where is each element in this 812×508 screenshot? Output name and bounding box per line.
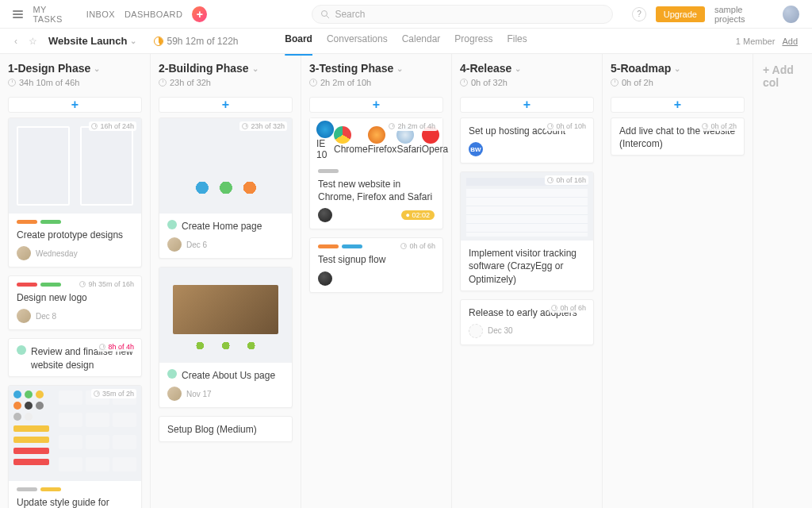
task-card[interactable]: 23h of 32h Create Home page Dec 6 [159, 117, 293, 259]
search-input[interactable]: Search [312, 5, 613, 24]
tab-board[interactable]: Board [285, 33, 312, 56]
card-date: Nov 17 [186, 390, 212, 398]
card-title-row: Create prototype designs [17, 229, 133, 241]
search-placeholder: Search [335, 9, 365, 20]
task-card[interactable]: 2h 2m of 4h IE 10 Chrome Firefox Safari … [309, 117, 443, 229]
card-meta: Nov 17 [159, 387, 292, 407]
card-body: Create prototype designs [9, 214, 141, 246]
nav-inbox[interactable]: INBOX [86, 10, 115, 19]
add-card-button[interactable]: + [611, 97, 745, 113]
card-title: Test new website in Chrome, Firefox and … [318, 178, 435, 203]
tab-calendar[interactable]: Calendar [402, 33, 441, 49]
complete-check-icon[interactable] [167, 369, 177, 379]
clock-icon [547, 123, 553, 129]
card-meta [310, 271, 442, 292]
card-title: Setup Blog (Medium) [167, 423, 257, 436]
tab-progress[interactable]: Progress [454, 33, 492, 49]
task-card[interactable]: 8h of 4h Review and finalise new website… [8, 338, 142, 376]
nav-my-tasks[interactable]: MY TASKS [33, 5, 76, 24]
card-title-row: Implement visitor tracking software (Cra… [469, 247, 585, 286]
column-time-text: 0h of 2h [622, 78, 653, 87]
chevron-down-icon: ⌄ [674, 64, 680, 73]
nav-dashboard[interactable]: DASHBOARD [124, 10, 182, 19]
assignee-avatar [17, 246, 31, 260]
column-time-text: 23h of 32h [170, 78, 211, 87]
column-cards: 0h of 2h Add live chat to the website (I… [603, 117, 753, 508]
task-card[interactable]: 9h 35m of 16h Design new logo Dec 8 [8, 275, 142, 330]
browser-chrome-icon [334, 126, 351, 144]
tab-files[interactable]: Files [507, 33, 527, 49]
task-card[interactable]: 0h of 6h Release to early adopters Dec 3… [460, 299, 594, 345]
task-card[interactable]: Setup Blog (Medium) [159, 416, 293, 441]
card-title: Update style guide for coworkers [17, 496, 133, 508]
task-card[interactable]: 35m of 2h Update style guide for coworke… [8, 385, 142, 508]
upgrade-button[interactable]: Upgrade [656, 6, 705, 22]
column-cards: 0h of 10h Set up hosting account BW0h of… [452, 117, 602, 508]
assignee-avatar: BW [469, 142, 483, 156]
create-button[interactable]: + [192, 6, 207, 22]
task-card[interactable]: Create About Us page Nov 17 [159, 267, 293, 408]
column-header: 5-Roadmap ⌄ 0h of 2h [603, 54, 753, 92]
tag [17, 220, 37, 224]
card-meta: Dec 6 [159, 237, 292, 258]
column-title[interactable]: 2-Building Phase ⌄ [159, 62, 293, 75]
help-icon[interactable]: ? [632, 7, 645, 21]
add-card-button[interactable]: + [309, 97, 443, 113]
card-time: 8h of 4h [97, 342, 136, 352]
card-tags [17, 220, 133, 224]
complete-check-icon[interactable] [17, 345, 26, 355]
column-title[interactable]: 5-Roadmap ⌄ [611, 62, 745, 75]
complete-check-icon[interactable] [167, 220, 177, 229]
project-title[interactable]: Website Launch ⌄ [48, 35, 136, 47]
menu-icon[interactable] [13, 10, 23, 18]
card-title-row: Update style guide for coworkers [17, 496, 133, 508]
workspace-name[interactable]: sample projects [714, 5, 773, 24]
column-title[interactable]: 3-Testing Phase ⌄ [309, 62, 443, 75]
assignee-avatar [17, 309, 31, 323]
task-card[interactable]: 0h of 10h Set up hosting account BW [460, 117, 594, 164]
card-title: Implement visitor tracking software (Cra… [469, 247, 585, 286]
add-member-link[interactable]: Add [782, 37, 798, 46]
card-meta: Dec 30 [461, 324, 593, 344]
column-title[interactable]: 1-Design Phase ⌄ [8, 62, 142, 75]
clock-icon [551, 305, 557, 311]
clock-icon [460, 79, 468, 87]
clock-icon [389, 123, 395, 129]
card-thumbnail [9, 386, 141, 481]
chevron-down-icon: ⌄ [515, 64, 521, 73]
task-card[interactable]: 0h of 2h Add live chat to the website (I… [611, 117, 745, 156]
avatar[interactable] [783, 6, 799, 23]
card-body: Implement visitor tracking software (Cra… [461, 241, 593, 291]
tab-conversations[interactable]: Conversations [327, 33, 388, 49]
card-body: Create Home page [159, 214, 292, 237]
clock-icon [547, 177, 553, 183]
tag [40, 220, 61, 224]
card-time: 0h of 6h [549, 303, 588, 313]
card-time: 9h 35m of 16h [77, 279, 136, 289]
card-date: Dec 30 [488, 326, 513, 335]
card-title-row: Create Home page [167, 220, 284, 233]
column-title-text: 1-Design Phase [8, 62, 90, 75]
back-icon[interactable]: ‹ [14, 36, 17, 47]
project-time: 59h 12m of 122h [154, 36, 238, 47]
board: 1-Design Phase ⌄ 34h 10m of 46h + 16h of… [0, 54, 812, 508]
task-card[interactable]: 0h of 6h Test signup flow [309, 237, 443, 292]
search-icon [320, 10, 330, 19]
column-time: 0h of 2h [611, 78, 745, 87]
add-card-button[interactable]: + [8, 97, 142, 113]
task-card[interactable]: 16h of 24h Create prototype designs Wedn… [8, 117, 142, 267]
column-title[interactable]: 4-Release ⌄ [460, 62, 594, 75]
add-column[interactable]: + Add col [753, 54, 812, 508]
card-meta: Wednesday [9, 246, 141, 267]
card-title: Create prototype designs [17, 229, 123, 241]
column-header: 2-Building Phase ⌄ 23h of 32h [151, 54, 301, 92]
tag [17, 283, 37, 287]
board-column: 1-Design Phase ⌄ 34h 10m of 46h + 16h of… [0, 54, 151, 508]
add-card-button[interactable]: + [159, 97, 293, 113]
card-time: 23h of 32h [239, 121, 287, 131]
add-card-button[interactable]: + [460, 97, 594, 113]
chevron-down-icon: ⌄ [130, 37, 136, 45]
star-icon[interactable]: ☆ [29, 36, 37, 47]
task-card[interactable]: 0h of 16h Implement visitor tracking sof… [460, 171, 594, 291]
column-cards: 2h 2m of 4h IE 10 Chrome Firefox Safari … [301, 117, 451, 508]
